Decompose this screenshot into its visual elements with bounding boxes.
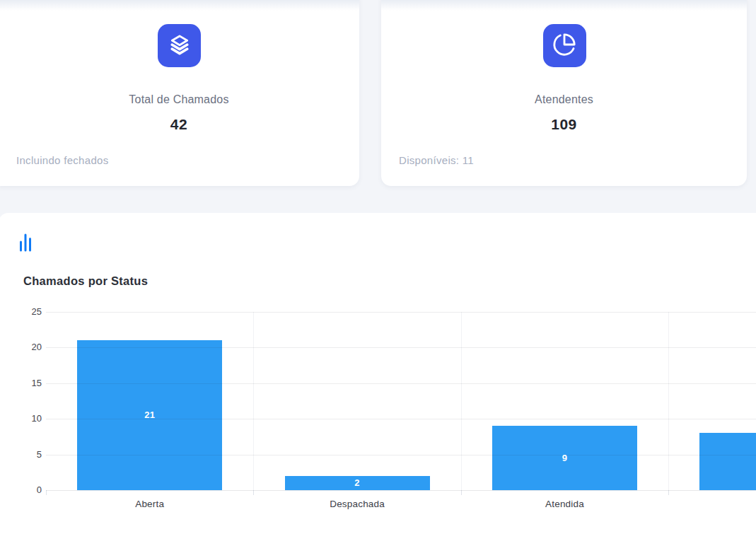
stat-value: 109 <box>381 116 747 133</box>
pie-chart-icon <box>552 33 576 59</box>
y-tick-label: 5 <box>0 449 42 460</box>
stat-footnote: Disponíveis: 11 <box>399 155 474 166</box>
stat-icon-tile <box>543 24 586 67</box>
stat-footnote: Incluindo fechados <box>16 155 109 166</box>
y-tick-label: 20 <box>0 342 42 353</box>
x-axis-line <box>46 490 756 491</box>
category-separator-line <box>253 312 254 490</box>
stat-card-atendentes: Atendentes 109 Disponíveis: 11 <box>381 0 747 186</box>
x-tick-label: Atendida <box>473 499 657 510</box>
bar-chart: 21290510152025AbertaDespachadaAtendida <box>0 213 756 534</box>
chart-panel: Chamados por Status 21290510152025Aberta… <box>0 213 756 534</box>
bar[interactable] <box>285 476 430 490</box>
category-separator-line <box>461 312 462 490</box>
bar[interactable] <box>492 426 637 490</box>
x-axis-tick <box>461 490 462 495</box>
stat-label: Atendentes <box>381 93 747 106</box>
dashboard-page: { "cards": [ { "icon": "layers-icon", "l… <box>0 0 756 534</box>
x-tick-label: Despachada <box>265 499 449 510</box>
y-tick-label: 10 <box>0 413 42 424</box>
y-tick-label: 15 <box>0 378 42 389</box>
stat-card-total-chamados: Total de Chamados 42 Incluindo fechados <box>0 0 359 186</box>
y-tick-label: 0 <box>0 484 42 496</box>
category-separator-line <box>668 312 669 490</box>
layers-icon <box>168 33 192 59</box>
x-axis-tick <box>668 490 669 495</box>
stat-icon-tile <box>158 24 201 67</box>
y-tick-label: 25 <box>0 306 42 318</box>
stat-value: 42 <box>0 116 359 133</box>
x-axis-tick <box>253 490 254 495</box>
gridline <box>46 312 756 313</box>
bar[interactable] <box>77 340 222 490</box>
x-axis-tick <box>46 490 47 495</box>
bar[interactable] <box>699 433 756 490</box>
x-tick-label: Aberta <box>58 499 242 510</box>
stat-label: Total de Chamados <box>0 93 359 106</box>
